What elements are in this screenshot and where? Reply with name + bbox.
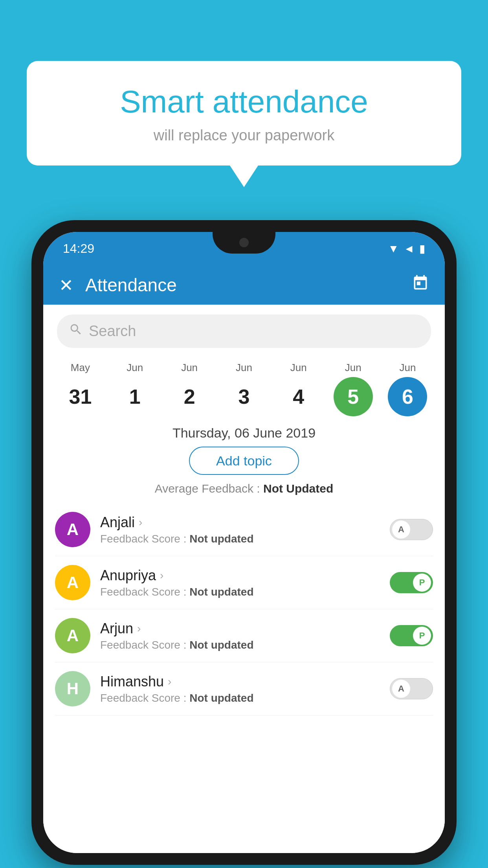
camera-notch — [239, 238, 249, 247]
day-month-label: May — [71, 362, 90, 374]
attendance-toggle[interactable]: A — [390, 519, 433, 540]
day-number: 1 — [115, 377, 154, 416]
toggle-knob: P — [413, 627, 431, 645]
header-title: Attendance — [85, 274, 412, 296]
calendar-day[interactable]: Jun1 — [109, 362, 160, 416]
day-number: 5 — [334, 377, 373, 416]
search-icon — [69, 322, 83, 340]
toggle-knob: A — [392, 520, 410, 539]
signal-icon: ◄ — [404, 243, 415, 255]
attendance-toggle[interactable]: P — [390, 572, 433, 593]
student-avatar: H — [55, 671, 90, 706]
student-score: Feedback Score : Not updated — [100, 586, 390, 598]
student-score: Feedback Score : Not updated — [100, 692, 390, 704]
phone-notch — [213, 232, 275, 254]
student-score: Feedback Score : Not updated — [100, 639, 390, 651]
phone-frame: 14:29 ▼ ◄ ▮ ✕ Attendance — [31, 220, 457, 865]
calendar-row: May31Jun1Jun2Jun3Jun4Jun5Jun6 — [43, 358, 445, 418]
day-month-label: Jun — [127, 362, 143, 374]
day-month-label: Jun — [290, 362, 307, 374]
chevron-icon: › — [168, 675, 171, 688]
chevron-icon: › — [137, 622, 141, 635]
search-placeholder: Search — [89, 323, 136, 340]
speech-bubble-title: Smart attendance — [46, 85, 442, 119]
search-bar[interactable]: Search — [57, 314, 431, 348]
day-month-label: Jun — [181, 362, 198, 374]
app-header: ✕ Attendance — [43, 265, 445, 305]
speech-bubble: Smart attendance will replace your paper… — [27, 61, 461, 166]
speech-bubble-subtitle: will replace your paperwork — [46, 127, 442, 144]
avg-feedback-value: Not Updated — [263, 482, 333, 495]
day-number: 2 — [170, 377, 209, 416]
app-content: Search May31Jun1Jun2Jun3Jun4Jun5Jun6 Thu… — [43, 305, 445, 853]
selected-date: Thursday, 06 June 2019 — [43, 425, 445, 441]
student-list: AAnjali ›Feedback Score : Not updatedAAA… — [43, 503, 445, 715]
wifi-icon: ▼ — [388, 243, 399, 255]
battery-icon: ▮ — [419, 242, 425, 255]
attendance-toggle[interactable]: A — [390, 678, 433, 699]
close-button[interactable]: ✕ — [59, 275, 73, 295]
student-info: Himanshu ›Feedback Score : Not updated — [100, 673, 390, 704]
chevron-icon: › — [139, 516, 142, 529]
calendar-day[interactable]: Jun4 — [273, 362, 324, 416]
student-avatar: A — [55, 618, 90, 653]
student-name: Anupriya › — [100, 567, 390, 584]
student-info: Anupriya ›Feedback Score : Not updated — [100, 567, 390, 598]
day-month-label: Jun — [345, 362, 361, 374]
phone-screen: 14:29 ▼ ◄ ▮ ✕ Attendance — [43, 232, 445, 853]
calendar-day[interactable]: Jun2 — [164, 362, 215, 416]
day-number: 31 — [61, 377, 100, 416]
toggle-knob: P — [413, 574, 431, 592]
student-name: Arjun › — [100, 620, 390, 637]
calendar-day[interactable]: Jun5 — [328, 362, 379, 416]
phone-wrapper: 14:29 ▼ ◄ ▮ ✕ Attendance — [31, 220, 457, 868]
day-number: 3 — [224, 377, 264, 416]
student-name: Anjali › — [100, 514, 390, 531]
avg-feedback-label: Average Feedback : — [155, 482, 263, 495]
student-score: Feedback Score : Not updated — [100, 533, 390, 545]
calendar-day[interactable]: Jun6 — [382, 362, 433, 416]
calendar-day[interactable]: Jun3 — [218, 362, 270, 416]
calendar-icon[interactable] — [412, 274, 429, 296]
student-item[interactable]: AAnjali ›Feedback Score : Not updatedA — [55, 503, 433, 556]
add-topic-button[interactable]: Add topic — [189, 447, 299, 475]
calendar-day[interactable]: May31 — [55, 362, 106, 416]
student-item[interactable]: AAnupriya ›Feedback Score : Not updatedP — [55, 556, 433, 609]
student-info: Arjun ›Feedback Score : Not updated — [100, 620, 390, 651]
chevron-icon: › — [160, 569, 163, 582]
day-number: 4 — [279, 377, 318, 416]
student-avatar: A — [55, 565, 90, 600]
day-number: 6 — [388, 377, 427, 416]
toggle-knob: A — [392, 680, 410, 698]
student-item[interactable]: AArjun ›Feedback Score : Not updatedP — [55, 609, 433, 662]
student-name: Himanshu › — [100, 673, 390, 690]
student-item[interactable]: HHimanshu ›Feedback Score : Not updatedA — [55, 662, 433, 715]
student-info: Anjali ›Feedback Score : Not updated — [100, 514, 390, 545]
avg-feedback: Average Feedback : Not Updated — [43, 482, 445, 495]
day-month-label: Jun — [400, 362, 416, 374]
day-month-label: Jun — [236, 362, 252, 374]
status-icons: ▼ ◄ ▮ — [388, 242, 425, 255]
attendance-toggle[interactable]: P — [390, 625, 433, 646]
student-avatar: A — [55, 512, 90, 547]
